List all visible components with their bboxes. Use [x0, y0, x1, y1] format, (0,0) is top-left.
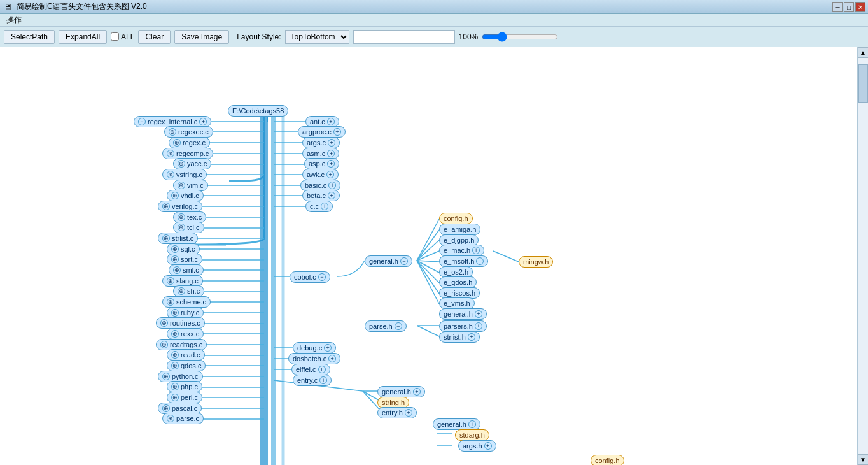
root-label: E:\Code\ctags58 [232, 107, 284, 115]
node-label: args.c [307, 139, 326, 147]
node-perl[interactable]: ⊕ perl.c [167, 392, 202, 403]
node-e-vms-h[interactable]: e_vms.h [439, 297, 475, 309]
node-read[interactable]: ⊕ read.c [167, 349, 205, 361]
node-dosbatch[interactable]: dosbatch.c + [288, 353, 340, 364]
node-e-mac-h1[interactable]: e_mac.h + [439, 245, 484, 256]
node-config-h2[interactable]: config.h [591, 455, 624, 465]
node-label: routines.c [170, 319, 200, 327]
node-regex[interactable]: ⊕ regex.c [169, 137, 210, 148]
node-label: argproc.c [302, 128, 332, 136]
node-strlist[interactable]: ⊕ strlist.c [158, 232, 198, 244]
node-label: entry.c [297, 376, 318, 384]
vertical-scrollbar[interactable]: ▲ ▼ [857, 47, 868, 465]
node-sort[interactable]: ⊕ sort.c [167, 254, 202, 265]
node-e-qdos-h[interactable]: e_qdos.h [439, 276, 477, 288]
node-parsers-h[interactable]: parsers.h + [439, 320, 487, 332]
node-label: asp.c [309, 160, 325, 168]
node-routines[interactable]: ⊕ routines.c [156, 317, 205, 329]
node-c[interactable]: c.c + [305, 201, 333, 212]
node-args[interactable]: args.c + [302, 137, 340, 148]
node-parse-c[interactable]: ⊕ parse.c [162, 413, 204, 424]
node-general-h-dep[interactable]: general.h + [439, 308, 487, 320]
node-general-h-main[interactable]: general.h − [365, 255, 412, 267]
node-php[interactable]: ⊕ php.c [167, 381, 202, 392]
node-mingw-h1[interactable]: mingw.h [519, 256, 553, 268]
node-label: mingw.h [523, 258, 549, 266]
node-asp[interactable]: asp.c + [304, 158, 339, 169]
node-sh[interactable]: ⊕ sh.c [173, 285, 204, 297]
search-input[interactable] [353, 30, 455, 44]
node-label: python.c [172, 373, 199, 380]
node-label: general.h [369, 257, 398, 265]
node-label: e_mac.h [444, 247, 470, 254]
node-label: sort.c [181, 255, 198, 263]
node-label: general.h [382, 388, 411, 396]
node-parse-h[interactable]: parse.h − [365, 320, 407, 332]
maximize-button[interactable]: □ [844, 2, 854, 12]
menubar: 操作 [0, 14, 868, 27]
node-label: args.h [463, 442, 482, 450]
node-argproc[interactable]: argproc.c + [298, 126, 346, 138]
window-title: 简易绘制C语言头文件包含关系图 V2.0 [17, 1, 864, 12]
node-rexx[interactable]: ⊕ rexx.c [167, 328, 204, 340]
clear-button[interactable]: Clear [138, 30, 171, 44]
scroll-down-button[interactable]: ▼ [858, 454, 869, 465]
node-debug[interactable]: debug.c + [293, 342, 336, 354]
node-strlist-h[interactable]: strlist.h + [439, 331, 480, 343]
node-label: read.c [181, 351, 200, 359]
zoom-slider[interactable] [482, 32, 558, 42]
node-label: general.h [444, 310, 473, 318]
node-e-amiga-h1[interactable]: e_amiga.h [439, 224, 480, 235]
node-general-h-lower[interactable]: general.h + [433, 418, 480, 430]
node-label: sh.c [187, 287, 200, 295]
node-yacc[interactable]: ⊕ yacc.c [173, 158, 211, 169]
menu-item-operations[interactable]: 操作 [4, 15, 24, 25]
node-label: e_amiga.h [444, 225, 476, 233]
node-sml[interactable]: ⊕ sml.c [169, 264, 204, 276]
node-tcl[interactable]: ⊕ tcl.c [173, 222, 204, 233]
node-label: tex.c [187, 213, 202, 221]
node-label: parsers.h [444, 322, 473, 330]
node-stdarg-h[interactable]: stdarg.h [455, 429, 489, 441]
scroll-thumb[interactable] [858, 64, 868, 103]
node-e-msoft-h1[interactable]: e_msoft.h + [439, 255, 488, 267]
node-eiffel[interactable]: eiffel.c + [291, 364, 330, 375]
save-image-button[interactable]: Save Image [174, 30, 229, 44]
scroll-up-button[interactable]: ▲ [858, 47, 869, 58]
select-path-button[interactable]: SelectPath [4, 30, 55, 44]
node-label: php.c [181, 383, 198, 390]
node-vstring[interactable]: ⊕ vstring.c [162, 169, 207, 180]
node-config-h1[interactable]: config.h [439, 213, 473, 224]
layout-style-label: Layout Style: [237, 32, 281, 41]
node-cobol[interactable]: cobol.c − [290, 271, 330, 283]
node-label: rexx.c [181, 330, 199, 338]
close-button[interactable]: ✕ [855, 2, 865, 12]
node-entry-general-h[interactable]: general.h + [377, 386, 425, 397]
app-icon: 🖥 [4, 2, 13, 12]
node-label: regex.c [183, 139, 206, 147]
all-checkbox-group: ALL [111, 32, 134, 41]
minimize-button[interactable]: ─ [832, 2, 843, 12]
node-label: eiffel.c [296, 366, 316, 373]
node-beta[interactable]: beta.c + [302, 190, 340, 201]
all-checkbox[interactable] [111, 32, 119, 41]
node-entry-h[interactable]: entry.h + [377, 407, 417, 418]
node-label: awk.c [307, 171, 325, 178]
node-verilog[interactable]: ⊕ verilog.c [158, 201, 202, 212]
expand-all-button[interactable]: ExpandAll [59, 30, 107, 44]
root-node[interactable]: E:\Code\ctags58 [228, 105, 288, 117]
expand-btn-left[interactable]: − [138, 118, 146, 125]
node-label: cobol.c [294, 273, 316, 281]
layout-style-select[interactable]: TopToBottom LeftToRight BottomToTop Righ… [285, 30, 349, 44]
node-regexec[interactable]: ⊕ regexec.c [164, 126, 213, 138]
node-args-h[interactable]: args.h + [458, 440, 496, 452]
node-scheme[interactable]: ⊕ scheme.c [162, 296, 211, 308]
node-qdos[interactable]: ⊕ qdos.c [167, 360, 206, 371]
node-label: perl.c [181, 394, 198, 401]
node-label: sql.c [181, 245, 195, 253]
node-awk[interactable]: awk.c + [302, 169, 339, 180]
node-entry-c[interactable]: entry.c + [293, 375, 332, 386]
node-vhdl[interactable]: ⊕ vhdl.c [167, 190, 204, 201]
node-label: config.h [595, 457, 620, 464]
node-label: entry.h [382, 409, 403, 417]
